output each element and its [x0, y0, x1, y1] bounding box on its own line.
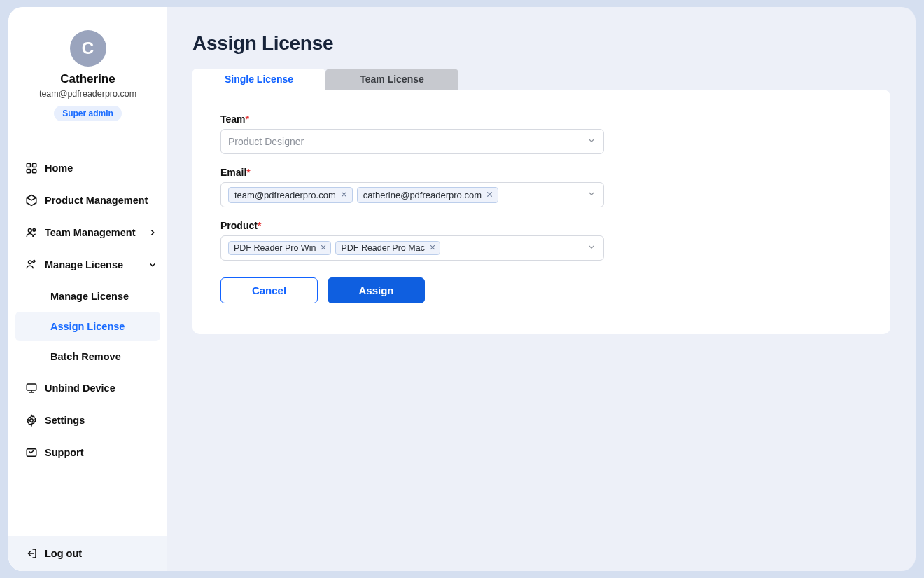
chevron-down-icon [148, 260, 158, 270]
product-multiselect[interactable]: PDF Reader Pro Win PDF Reader Pro Mac [220, 235, 604, 261]
form-card: Team* Product Designer Email* team@pdfre… [192, 90, 890, 334]
button-row: Cancel Assign [220, 277, 862, 303]
sidebar-item-label: Home [45, 163, 73, 174]
chip-text: PDF Reader Pro Mac [341, 243, 424, 253]
product-chip: PDF Reader Pro Mac [335, 241, 440, 255]
role-badge: Super admin [54, 106, 122, 121]
svg-rect-0 [27, 163, 30, 167]
chip-text: team@pdfreaderpro.com [234, 190, 336, 200]
sidebar-item-label: Settings [45, 415, 85, 426]
sidebar-subitem-manage-license[interactable]: Manage License [15, 282, 160, 311]
profile-name: Catherine [60, 72, 115, 86]
tab-team-license[interactable]: Team License [326, 69, 458, 90]
sidebar-item-unbind-device[interactable]: Unbind Device [8, 372, 167, 404]
field-email: Email* team@pdfreaderpro.com catherine@p… [220, 167, 604, 207]
close-icon[interactable] [340, 190, 348, 200]
field-label-team: Team* [220, 113, 604, 125]
page-title: Assign License [192, 32, 890, 55]
svg-point-10 [30, 419, 34, 422]
sidebar-item-label: Manage License [50, 291, 129, 302]
logout-button[interactable]: Log out [8, 536, 167, 571]
app-frame: C Catherine team@pdfreaderpro.com Super … [8, 7, 916, 571]
nav: Home Product Management Team Management [8, 152, 167, 536]
sidebar-subitem-batch-remove[interactable]: Batch Remove [15, 342, 160, 371]
svg-rect-2 [27, 170, 30, 173]
chevron-down-icon [587, 242, 596, 254]
chip-text: PDF Reader Pro Win [234, 243, 316, 253]
email-chip: catherine@pdfreaderpro.com [357, 187, 498, 203]
label-text: Team [220, 113, 246, 125]
product-chip: PDF Reader Pro Win [228, 241, 331, 255]
field-label-product: Product* [220, 220, 604, 231]
sidebar-item-label: Unbind Device [45, 383, 115, 394]
logout-label: Log out [45, 548, 82, 559]
close-icon[interactable] [320, 243, 327, 253]
sidebar-item-manage-license[interactable]: Manage License [8, 249, 167, 281]
tab-single-license[interactable]: Single License [192, 69, 326, 90]
sidebar-item-settings[interactable]: Settings [8, 404, 167, 436]
sidebar-item-home[interactable]: Home [8, 152, 167, 184]
chevron-down-icon [587, 136, 596, 148]
chevron-down-icon [587, 189, 596, 201]
sidebar: C Catherine team@pdfreaderpro.com Super … [8, 7, 167, 571]
svg-rect-7 [27, 384, 36, 390]
home-icon [25, 162, 38, 174]
profile-block: C Catherine team@pdfreaderpro.com Super … [8, 7, 167, 130]
svg-point-5 [33, 228, 36, 231]
label-text: Product [220, 220, 258, 231]
avatar: C [70, 30, 106, 67]
sidebar-item-label: Team Management [45, 227, 135, 238]
gear-icon [25, 414, 38, 427]
sidebar-item-label: Support [45, 447, 84, 458]
profile-email: team@pdfreaderpro.com [39, 89, 136, 99]
sidebar-item-team-management[interactable]: Team Management [8, 216, 167, 249]
field-product: Product* PDF Reader Pro Win PDF Reader P… [220, 220, 604, 261]
email-chip: team@pdfreaderpro.com [228, 187, 353, 203]
required-mark: * [246, 167, 250, 178]
logout-icon [25, 547, 38, 560]
svg-point-6 [29, 261, 32, 264]
sidebar-item-product-management[interactable]: Product Management [8, 184, 167, 216]
main-content: Assign License Single License Team Licen… [167, 7, 916, 571]
cancel-button[interactable]: Cancel [220, 277, 318, 303]
required-mark: * [258, 220, 261, 231]
chip-text: catherine@pdfreaderpro.com [363, 190, 482, 200]
required-mark: * [246, 113, 249, 125]
sidebar-item-label: Batch Remove [50, 351, 121, 362]
monitor-icon [25, 382, 38, 394]
close-icon[interactable] [486, 190, 493, 200]
svg-rect-1 [33, 163, 36, 167]
sidebar-item-support[interactable]: Support [8, 436, 167, 469]
chevron-right-icon [148, 228, 158, 238]
sidebar-item-label: Assign License [50, 321, 125, 332]
label-text: Email [220, 167, 246, 178]
support-icon [25, 446, 38, 459]
team-select-value: Product Designer [228, 136, 304, 147]
team-select[interactable]: Product Designer [220, 129, 604, 154]
license-icon [25, 259, 38, 271]
sidebar-item-label: Manage License [45, 259, 123, 270]
field-label-email: Email* [220, 167, 604, 178]
close-icon[interactable] [429, 243, 436, 253]
sidebar-item-label: Product Management [45, 195, 148, 206]
email-multiselect[interactable]: team@pdfreaderpro.com catherine@pdfreade… [220, 182, 604, 207]
svg-point-4 [28, 229, 31, 233]
field-team: Team* Product Designer [220, 113, 604, 154]
package-icon [25, 194, 38, 207]
tabs: Single License Team License [192, 69, 890, 90]
sidebar-subitem-assign-license[interactable]: Assign License [15, 312, 160, 341]
team-icon [25, 226, 38, 239]
assign-button[interactable]: Assign [328, 277, 425, 303]
svg-rect-3 [33, 170, 36, 173]
